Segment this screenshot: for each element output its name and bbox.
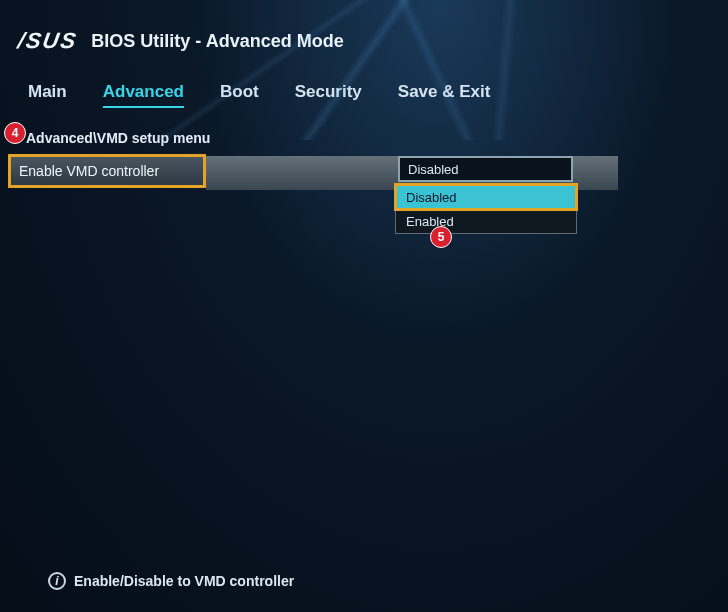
tab-boot[interactable]: Boot [220,82,259,108]
setting-row-vmd: Enable VMD controller Disabled Disabled … [0,154,728,188]
setting-current-value: Disabled [408,162,459,177]
annotation-badge-5: 5 [430,226,452,248]
help-text: Enable/Disable to VMD controller [74,573,294,589]
brand-logo: /SUS [16,28,80,54]
dropdown-menu: Disabled Enabled [395,184,577,234]
setting-label-highlight[interactable]: Enable VMD controller [8,154,206,188]
tab-security[interactable]: Security [295,82,362,108]
page-title: BIOS Utility - Advanced Mode [91,31,343,52]
tabs: Main Advanced Boot Security Save & Exit [0,62,728,118]
tab-advanced[interactable]: Advanced [103,82,184,108]
help-bar: i Enable/Disable to VMD controller [48,572,294,590]
info-icon: i [48,572,66,590]
dropdown-option-enabled[interactable]: Enabled [396,209,576,233]
tab-main[interactable]: Main [28,82,67,108]
annotation-badge-4: 4 [4,122,26,144]
header: /SUS BIOS Utility - Advanced Mode [0,0,728,62]
setting-value-box[interactable]: Disabled [398,156,573,182]
setting-label: Enable VMD controller [19,163,159,179]
dropdown-option-disabled[interactable]: Disabled [394,183,578,211]
breadcrumb: Advanced\VMD setup menu [0,118,728,152]
tab-save-exit[interactable]: Save & Exit [398,82,491,108]
